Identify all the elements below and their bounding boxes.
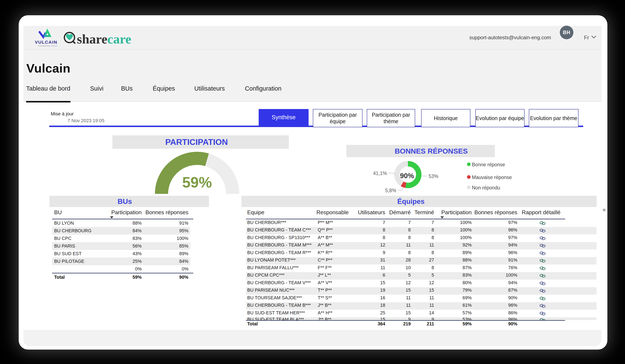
svg-text:sharecare: sharecare xyxy=(77,32,131,46)
svg-text:VULCAIN: VULCAIN xyxy=(35,40,57,45)
svg-text:ENGINEERING GROUP: ENGINEERING GROUP xyxy=(38,45,58,47)
